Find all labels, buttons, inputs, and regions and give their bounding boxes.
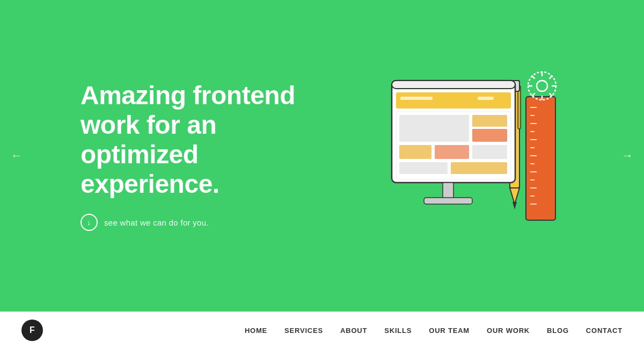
hero-section: ← → Amazing frontend work for an optimiz… xyxy=(0,0,644,311)
cta-label: see what we can do for you. xyxy=(104,218,209,227)
svg-rect-33 xyxy=(451,162,507,174)
hero-headline: Amazing frontend work for an optimized e… xyxy=(80,81,306,199)
nav-item-home[interactable]: HOME xyxy=(245,325,267,335)
nav-link-about[interactable]: ABOUT xyxy=(340,327,367,335)
nav-link-contact[interactable]: CONTACT xyxy=(586,327,623,335)
svg-rect-27 xyxy=(472,115,507,127)
nav-link-skills[interactable]: SKILLS xyxy=(384,327,412,335)
navbar: F HOME SERVICES ABOUT SKILLS OUR TEAM OU… xyxy=(0,311,644,348)
nav-item-our-work[interactable]: OUR WORK xyxy=(487,325,530,335)
svg-rect-22 xyxy=(396,92,511,108)
hero-illustration xyxy=(381,64,564,247)
svg-rect-26 xyxy=(399,115,469,142)
gear-icon xyxy=(526,70,558,102)
download-icon: ↓ xyxy=(87,218,91,227)
hero-cta[interactable]: ↓ see what we can do for you. xyxy=(80,214,306,231)
hero-text-block: Amazing frontend work for an optimized e… xyxy=(80,81,306,231)
nav-item-about[interactable]: ABOUT xyxy=(340,325,367,335)
svg-rect-35 xyxy=(424,198,472,204)
logo-letter: F xyxy=(30,325,35,335)
svg-rect-31 xyxy=(472,145,507,159)
nav-item-blog[interactable]: BLOG xyxy=(547,325,569,335)
cta-circle-icon: ↓ xyxy=(80,214,98,231)
nav-item-contact[interactable]: CONTACT xyxy=(586,325,623,335)
nav-item-our-team[interactable]: OUR TEAM xyxy=(429,325,470,335)
nav-link-home[interactable]: HOME xyxy=(245,327,267,335)
hero-content: Amazing frontend work for an optimized e… xyxy=(80,64,564,247)
nav-item-skills[interactable]: SKILLS xyxy=(384,325,412,335)
prev-arrow[interactable]: ← xyxy=(11,149,23,163)
svg-marker-16 xyxy=(510,188,519,204)
nav-link-services[interactable]: SERVICES xyxy=(284,327,323,335)
next-arrow[interactable]: → xyxy=(621,149,633,163)
nav-links: HOME SERVICES ABOUT SKILLS OUR TEAM OUR … xyxy=(245,325,623,335)
nav-link-our-work[interactable]: OUR WORK xyxy=(487,327,530,335)
svg-rect-34 xyxy=(443,183,453,199)
svg-rect-18 xyxy=(518,86,521,129)
logo: F xyxy=(21,320,43,341)
svg-rect-24 xyxy=(478,97,494,100)
nav-item-services[interactable]: SERVICES xyxy=(284,325,323,335)
svg-rect-21 xyxy=(392,81,515,89)
svg-marker-17 xyxy=(513,202,517,209)
svg-rect-29 xyxy=(399,145,431,159)
svg-rect-32 xyxy=(399,162,448,174)
svg-rect-23 xyxy=(400,97,433,100)
nav-link-our-team[interactable]: OUR TEAM xyxy=(429,327,470,335)
svg-rect-30 xyxy=(435,145,469,159)
svg-rect-28 xyxy=(472,129,507,142)
nav-link-blog[interactable]: BLOG xyxy=(547,327,569,335)
